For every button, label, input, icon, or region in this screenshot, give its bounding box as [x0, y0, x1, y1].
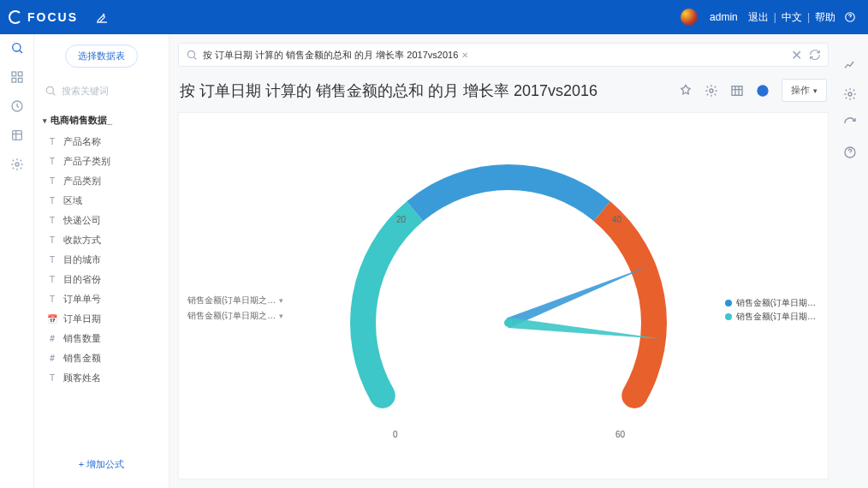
- field-label: 收款方式: [63, 234, 101, 247]
- refresh-icon[interactable]: [809, 49, 821, 61]
- svg-rect-3: [18, 72, 22, 76]
- field-item[interactable]: #销售金额: [45, 348, 162, 368]
- help-link[interactable]: 帮助: [815, 10, 835, 25]
- field-item[interactable]: T区域: [45, 191, 162, 211]
- table-icon[interactable]: [730, 84, 744, 98]
- sidebar: 选择数据表 电商销售数据_ T产品名称T产品子类别T产品类别T区域T快递公司T收…: [34, 34, 169, 488]
- field-type-icon: T: [46, 295, 58, 304]
- chart-area: 0 20 40 60 销售金额(订单日期之… ▾ 销售金额(订单日期之… ▾: [178, 112, 829, 479]
- add-formula-button[interactable]: + 增加公式: [41, 443, 162, 478]
- query-text: 按 订单日期 计算的 销售金额的总和 的月 增长率 2017vs2016: [203, 49, 458, 62]
- lang-link[interactable]: 中文: [782, 10, 802, 25]
- field-label: 目的省份: [63, 273, 101, 286]
- field-item[interactable]: #销售数量: [45, 329, 162, 348]
- group-title[interactable]: 电商销售数据_: [41, 109, 162, 132]
- chart-icon[interactable]: [756, 84, 770, 98]
- line-chart-icon[interactable]: [843, 58, 857, 72]
- field-label: 顾客姓名: [63, 372, 101, 384]
- clear-icon[interactable]: ✕: [791, 47, 802, 63]
- title-row: 按 订单日期 计算的 销售金额的总和 的月 增长率 2017vs2016: [178, 67, 832, 109]
- gear-icon[interactable]: [10, 158, 24, 171]
- svg-point-9: [46, 86, 53, 93]
- app-header: FOCUS admin 退出 | 中文 | 帮助: [0, 0, 868, 34]
- svg-rect-5: [18, 78, 22, 82]
- field-item[interactable]: T产品子类别: [45, 152, 162, 171]
- field-type-icon: #: [46, 334, 58, 343]
- legend-item[interactable]: 销售金额(订单日期…: [725, 296, 816, 310]
- series-item[interactable]: 销售金额(订单日期之… ▾: [187, 308, 283, 324]
- field-item[interactable]: T顾客姓名: [45, 368, 162, 388]
- legend-dot-icon: [725, 300, 732, 306]
- field-type-icon: T: [46, 235, 58, 245]
- field-type-icon: T: [46, 157, 58, 166]
- field-type-icon: T: [46, 216, 58, 225]
- field-item[interactable]: T订单单号: [45, 289, 162, 309]
- search-icon: [45, 85, 56, 97]
- field-label: 产品类别: [63, 175, 101, 187]
- field-label: 产品名称: [63, 135, 101, 148]
- svg-point-18: [848, 92, 852, 96]
- query-chip[interactable]: 按 订单日期 计算的 销售金额的总和 的月 增长率 2017vs2016 ✕: [203, 49, 468, 62]
- series-label: 销售金额(订单日期之…: [187, 310, 276, 322]
- field-label: 销售数量: [63, 332, 101, 345]
- field-label: 快递公司: [63, 214, 101, 227]
- left-rail: [0, 34, 34, 488]
- data-icon[interactable]: [10, 128, 24, 142]
- legend: 销售金额(订单日期… 销售金额(订单日期…: [725, 296, 816, 324]
- field-label: 产品子类别: [63, 155, 110, 168]
- svg-point-14: [621, 383, 647, 408]
- field-label: 销售金额: [63, 352, 101, 365]
- legend-item[interactable]: 销售金额(订单日期…: [725, 310, 816, 324]
- app-name: FOCUS: [27, 10, 78, 24]
- select-table-button[interactable]: 选择数据表: [65, 45, 138, 68]
- field-type-icon: 📅: [46, 314, 58, 324]
- field-item[interactable]: T快递公司: [45, 211, 162, 230]
- query-bar[interactable]: 按 订单日期 计算的 销售金额的总和 的月 增长率 2017vs2016 ✕ ✕: [178, 43, 829, 67]
- chevron-down-icon: ▾: [279, 296, 283, 305]
- field-item[interactable]: T目的省份: [45, 270, 162, 289]
- tick-60: 60: [615, 430, 625, 439]
- field-type-icon: T: [46, 373, 58, 383]
- clock-icon[interactable]: [10, 99, 24, 113]
- svg-marker-15: [507, 265, 651, 328]
- logout-link[interactable]: 退出: [748, 10, 769, 25]
- tick-20: 20: [396, 215, 406, 224]
- svg-point-13: [370, 383, 395, 408]
- search-icon[interactable]: [10, 41, 24, 55]
- field-item[interactable]: 📅订单日期: [45, 309, 162, 329]
- field-type-icon: T: [46, 176, 58, 186]
- field-search[interactable]: [41, 80, 162, 102]
- gear-icon[interactable]: [843, 87, 857, 101]
- svg-point-17: [504, 318, 513, 327]
- field-search-input[interactable]: [62, 86, 158, 96]
- actions-button[interactable]: 操作 ▾: [782, 79, 827, 102]
- svg-point-10: [187, 51, 194, 57]
- field-item[interactable]: T收款方式: [45, 230, 162, 250]
- close-icon[interactable]: ✕: [461, 51, 468, 60]
- field-label: 订单日期: [63, 312, 101, 325]
- field-item[interactable]: T产品名称: [45, 132, 162, 152]
- field-type-icon: T: [46, 275, 58, 284]
- logo-mark-icon: [9, 10, 22, 24]
- series-label: 销售金额(订单日期之…: [187, 295, 276, 306]
- pin-icon[interactable]: [679, 84, 693, 98]
- series-item[interactable]: 销售金额(订单日期之… ▾: [187, 293, 283, 308]
- help-icon[interactable]: [843, 146, 857, 159]
- field-type-icon: T: [46, 196, 58, 205]
- svg-rect-2: [12, 72, 16, 76]
- legend-label: 销售金额(订单日期…: [736, 311, 816, 323]
- field-item[interactable]: T产品类别: [45, 171, 162, 191]
- gear-icon[interactable]: [705, 84, 718, 98]
- tick-0: 0: [393, 430, 398, 439]
- page-title: 按 订单日期 计算的 销售金额的总和 的月 增长率 2017vs2016: [180, 80, 679, 101]
- avatar[interactable]: [681, 9, 698, 26]
- help-icon[interactable]: [844, 11, 856, 23]
- svg-point-1: [12, 44, 20, 51]
- app-logo: FOCUS: [9, 10, 78, 24]
- user-name[interactable]: admin: [710, 11, 738, 23]
- chevron-down-icon: ▾: [813, 86, 817, 95]
- refresh-icon[interactable]: [843, 116, 857, 130]
- field-item[interactable]: T目的城市: [45, 250, 162, 270]
- dashboard-icon[interactable]: [10, 70, 24, 84]
- edit-icon[interactable]: [95, 10, 109, 24]
